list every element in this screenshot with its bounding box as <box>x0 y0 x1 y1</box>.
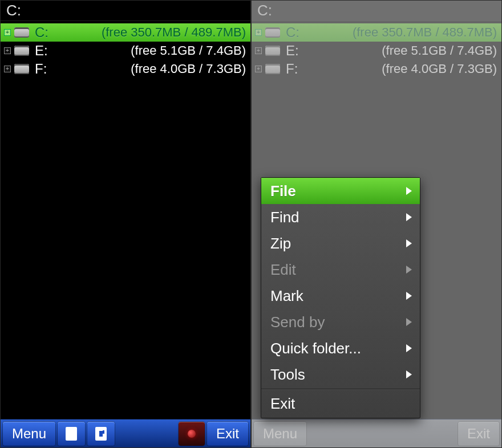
drive-row[interactable]: + E: (free 5.1GB / 7.4GB) <box>252 42 501 60</box>
submenu-arrow-icon <box>406 213 412 221</box>
drive-row[interactable]: + C: (free 350.7MB / 489.7MB) <box>1 23 250 42</box>
expand-icon[interactable]: + <box>255 47 262 54</box>
menu-item-edit: Edit <box>261 256 420 283</box>
drive-space: (free 4.0GB / 7.3GB) <box>312 62 497 76</box>
drive-icon <box>265 27 280 38</box>
drive-space: (free 5.1GB / 7.4GB) <box>61 43 246 58</box>
menu-item-zip[interactable]: Zip <box>261 230 420 256</box>
drive-space: (free 350.7MB / 489.7MB) <box>61 25 246 40</box>
bottom-toolbar: Menu Exit <box>1 419 250 447</box>
copy-button[interactable] <box>58 422 85 446</box>
exit-button[interactable]: Exit <box>458 422 499 446</box>
menu-item-file[interactable]: File <box>261 178 420 204</box>
menu-item-tools[interactable]: Tools <box>261 361 420 388</box>
menu-item-exit[interactable]: Exit <box>261 390 420 417</box>
menu-button[interactable]: Menu <box>3 422 55 446</box>
drive-icon <box>14 64 29 74</box>
menu-button[interactable]: Menu <box>254 422 306 446</box>
menu-item-send-by: Send by <box>261 309 420 335</box>
drive-icon <box>265 46 280 56</box>
expand-icon[interactable]: + <box>4 66 11 72</box>
path-bar: C: <box>252 1 501 21</box>
drive-label: F: <box>35 61 61 77</box>
menu-button-label: Menu <box>263 426 297 442</box>
submenu-arrow-icon <box>406 318 412 326</box>
menu-item-quick-folder[interactable]: Quick folder... <box>261 335 420 361</box>
path-text: C: <box>257 2 272 19</box>
left-pane: C: + C: (free 350.7MB / 489.7MB) + E: (f… <box>0 0 251 448</box>
path-bar: C: <box>1 1 250 21</box>
submenu-arrow-icon <box>406 187 412 195</box>
menu-item-label: Quick folder... <box>270 340 361 357</box>
bottom-toolbar: Menu Exit <box>252 419 501 447</box>
menu-item-label: Mark <box>270 287 303 305</box>
menu-item-find[interactable]: Find <box>261 204 420 230</box>
menu-button-label: Menu <box>12 426 46 442</box>
drive-space: (free 5.1GB / 7.4GB) <box>312 43 497 58</box>
drive-icon <box>14 27 29 38</box>
menu-item-label: File <box>270 182 296 200</box>
menu-item-label: Send by <box>270 313 325 331</box>
drive-icon <box>265 64 280 74</box>
submenu-arrow-icon <box>406 292 412 300</box>
submenu-arrow-icon <box>406 370 412 378</box>
drive-list: + C: (free 350.7MB / 489.7MB) + E: (free… <box>1 21 250 419</box>
exit-button-label: Exit <box>467 426 490 442</box>
drive-icon <box>14 46 29 56</box>
menu-item-label: Find <box>270 209 299 226</box>
move-button[interactable] <box>87 422 115 446</box>
exit-button[interactable]: Exit <box>207 422 248 446</box>
drive-row[interactable]: + F: (free 4.0GB / 7.3GB) <box>252 60 501 78</box>
exit-button-label: Exit <box>216 426 239 442</box>
expand-icon[interactable]: + <box>4 47 11 54</box>
drive-space: (free 4.0GB / 7.3GB) <box>61 62 246 76</box>
record-button[interactable] <box>179 422 205 446</box>
record-icon <box>188 430 196 438</box>
drive-space: (free 350.7MB / 489.7MB) <box>312 25 497 40</box>
submenu-arrow-icon <box>406 344 412 352</box>
menu-item-label: Edit <box>270 261 296 279</box>
drive-label: C: <box>286 25 312 40</box>
menu-item-label: Exit <box>270 395 295 413</box>
drive-row[interactable]: + E: (free 5.1GB / 7.4GB) <box>1 42 250 60</box>
context-menu: File Find Zip Edit Mark Send by Quick fo… <box>261 177 420 418</box>
submenu-arrow-icon <box>406 239 412 247</box>
expand-icon[interactable]: + <box>4 29 11 36</box>
menu-item-mark[interactable]: Mark <box>261 283 420 309</box>
path-text: C: <box>6 2 21 19</box>
expand-icon[interactable]: + <box>255 29 262 36</box>
expand-icon[interactable]: + <box>255 66 262 72</box>
menu-item-label: Zip <box>270 235 291 252</box>
submenu-arrow-icon <box>406 266 412 274</box>
drive-row[interactable]: + F: (free 4.0GB / 7.3GB) <box>1 60 250 78</box>
copy-icon <box>66 427 77 441</box>
drive-label: C: <box>35 25 61 40</box>
right-pane: C: + C: (free 350.7MB / 489.7MB) + E: (f… <box>251 0 502 448</box>
move-icon <box>95 427 107 441</box>
menu-item-label: Tools <box>270 366 305 384</box>
drive-row[interactable]: + C: (free 350.7MB / 489.7MB) <box>252 23 501 42</box>
drive-label: F: <box>286 61 312 77</box>
drive-label: E: <box>35 43 61 59</box>
drive-label: E: <box>286 43 312 59</box>
menu-separator <box>261 389 420 389</box>
